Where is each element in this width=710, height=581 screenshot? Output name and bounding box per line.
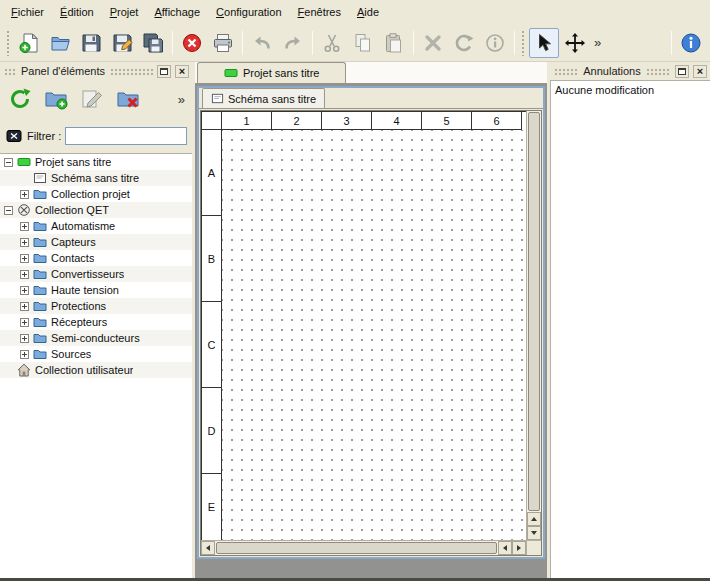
tree-item-project[interactable]: Projet sans titre xyxy=(0,154,192,170)
menu-configuration[interactable]: Configuration xyxy=(209,3,288,21)
diagram-canvas[interactable]: 1 2 3 4 5 6 A B C D xyxy=(201,111,526,540)
save-as-button[interactable] xyxy=(107,28,137,58)
float-panel-button[interactable] xyxy=(675,65,689,78)
save-button[interactable] xyxy=(76,28,106,58)
scroll-left-button[interactable] xyxy=(201,541,215,555)
float-panel-button[interactable] xyxy=(157,65,171,78)
scroll-down-button[interactable] xyxy=(527,526,541,540)
tree-item-haute-tension[interactable]: Haute tension xyxy=(0,282,192,298)
print-button[interactable] xyxy=(208,28,238,58)
tree-item-collection-projet[interactable]: Collection projet xyxy=(0,186,192,202)
copy-button[interactable] xyxy=(348,28,378,58)
edit-element-button[interactable] xyxy=(76,84,108,114)
dotted-grid[interactable] xyxy=(222,130,526,540)
open-project-button[interactable] xyxy=(45,28,75,58)
clipboard-icon xyxy=(383,32,405,54)
delete-button[interactable] xyxy=(418,28,448,58)
expand-icon[interactable] xyxy=(20,222,29,231)
new-project-button[interactable] xyxy=(14,28,44,58)
tree-item-collection-utilisateur[interactable]: Collection utilisateur xyxy=(0,362,192,378)
row-header: E xyxy=(202,474,222,540)
dock-grip[interactable] xyxy=(645,67,671,75)
menu-fichier[interactable]: Fichier xyxy=(4,3,51,21)
toolbar-handle[interactable] xyxy=(521,30,526,56)
down-arrow-icon xyxy=(531,531,537,535)
expand-icon[interactable] xyxy=(20,270,29,279)
about-button[interactable] xyxy=(676,28,706,58)
select-tool-button[interactable] xyxy=(529,28,559,58)
scroll-right-button[interactable] xyxy=(512,541,526,555)
project-icon xyxy=(17,155,31,169)
tree-item-schema[interactable]: Schéma sans titre xyxy=(0,170,192,186)
project-icon xyxy=(224,66,238,80)
horizontal-scrollbar-thumb[interactable] xyxy=(216,542,497,554)
dock-grip[interactable] xyxy=(109,67,153,75)
menu-affichage[interactable]: Affichage xyxy=(147,3,207,21)
tree-item-sources[interactable]: Sources xyxy=(0,346,192,362)
close-panel-button[interactable]: × xyxy=(175,65,189,78)
collapse-icon[interactable] xyxy=(4,158,13,167)
delete-element-button[interactable] xyxy=(112,84,144,114)
expand-icon[interactable] xyxy=(20,334,29,343)
toolbar-handle[interactable] xyxy=(6,30,11,56)
folder-icon xyxy=(33,219,47,233)
tree-item-convertisseurs[interactable]: Convertisseurs xyxy=(0,266,192,282)
scroll-left-button[interactable] xyxy=(498,541,512,555)
row-headers: A B C D E xyxy=(202,130,222,540)
filter-label: Filtrer : xyxy=(27,130,61,142)
clear-filter-button[interactable] xyxy=(5,128,23,145)
row-header: D xyxy=(202,388,222,474)
elements-tree[interactable]: Projet sans titre Schéma sans titre Coll… xyxy=(0,153,192,578)
horizontal-scrollbar[interactable] xyxy=(201,540,526,555)
elements-panel-titlebar[interactable]: Panel d'éléments × xyxy=(0,62,192,80)
reload-collections-button[interactable] xyxy=(4,84,36,114)
expand-icon[interactable] xyxy=(20,350,29,359)
tree-item-label: Haute tension xyxy=(51,284,119,296)
redo-button[interactable] xyxy=(278,28,308,58)
tree-item-semi-conducteurs[interactable]: Semi-conducteurs xyxy=(0,330,192,346)
close-file-button[interactable] xyxy=(177,28,207,58)
tree-item-contacts[interactable]: Contacts xyxy=(0,250,192,266)
tree-item-protections[interactable]: Protections xyxy=(0,298,192,314)
new-element-button[interactable] xyxy=(40,84,72,114)
menu-projet[interactable]: Projet xyxy=(103,3,146,21)
toolbar-separator xyxy=(172,31,173,55)
filter-input[interactable] xyxy=(65,127,187,145)
expand-icon[interactable] xyxy=(20,302,29,311)
diagram-info-button[interactable] xyxy=(480,28,510,58)
column-header: 6 xyxy=(472,112,522,130)
dock-grip[interactable] xyxy=(3,67,17,75)
save-all-button[interactable] xyxy=(138,28,168,58)
menu-fenetres[interactable]: Fenêtres xyxy=(291,3,348,21)
undo-panel-titlebar[interactable]: Annulations × xyxy=(550,62,710,80)
expand-icon[interactable] xyxy=(20,238,29,247)
vertical-scrollbar[interactable] xyxy=(526,111,541,540)
close-file-icon xyxy=(181,32,203,54)
expand-icon[interactable] xyxy=(20,286,29,295)
up-arrow-icon xyxy=(531,517,537,521)
tree-item-automatisme[interactable]: Automatisme xyxy=(0,218,192,234)
expand-icon[interactable] xyxy=(20,318,29,327)
scroll-up-button[interactable] xyxy=(527,512,541,526)
project-tab[interactable]: Projet sans titre xyxy=(197,62,346,83)
panel-overflow-button[interactable]: » xyxy=(175,92,188,107)
tree-item-collection-qet[interactable]: Collection QET xyxy=(0,202,192,218)
cut-button[interactable] xyxy=(317,28,347,58)
collapse-icon[interactable] xyxy=(4,206,13,215)
move-tool-button[interactable] xyxy=(560,28,590,58)
rotate-button[interactable] xyxy=(449,28,479,58)
menu-aide[interactable]: Aide xyxy=(350,3,386,21)
expand-icon[interactable] xyxy=(20,254,29,263)
menu-edition[interactable]: Édition xyxy=(53,3,101,21)
schema-tab[interactable]: Schéma sans titre xyxy=(202,88,325,108)
dock-grip[interactable] xyxy=(553,67,579,75)
toolbar-overflow-button[interactable]: » xyxy=(591,35,604,50)
expand-icon[interactable] xyxy=(20,190,29,199)
paste-button[interactable] xyxy=(379,28,409,58)
close-panel-button[interactable]: × xyxy=(693,65,707,78)
undo-list[interactable]: Aucune modification xyxy=(550,80,710,578)
undo-button[interactable] xyxy=(247,28,277,58)
tree-item-recepteurs[interactable]: Récepteurs xyxy=(0,314,192,330)
vertical-scrollbar-thumb[interactable] xyxy=(528,112,540,511)
tree-item-capteurs[interactable]: Capteurs xyxy=(0,234,192,250)
